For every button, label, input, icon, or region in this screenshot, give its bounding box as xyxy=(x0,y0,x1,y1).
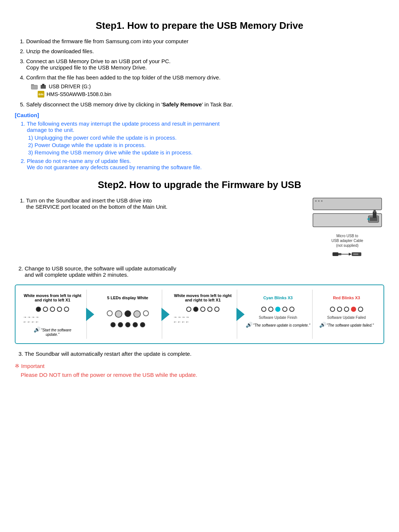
caution-item-2: 2. Please do not re-name any of update f… xyxy=(15,158,384,170)
svg-marker-18 xyxy=(349,253,352,256)
step2-item-3-container: 3. The Soundbar will automatically resta… xyxy=(15,351,384,357)
led-dot xyxy=(107,310,113,316)
led-dot xyxy=(214,307,219,312)
led-sec3-title: White moves from left to rightand right … xyxy=(174,292,232,304)
led-dot xyxy=(282,307,287,312)
soundbar-illustration xyxy=(312,197,382,232)
arrow-left-1: ←←←← xyxy=(23,320,39,324)
led-dot xyxy=(64,307,69,312)
file-tree: USB DRIVER (G:) BIN HMS-S50AWWB-1508.0.b… xyxy=(31,83,384,98)
step2-text: 1. Turn on the Soundbar and insert the U… xyxy=(15,197,303,214)
led-sec4-subtitle: Software Update Finish xyxy=(259,316,297,320)
led-section-5: Red Blinks X3 Software Update Failed 🔊 "… xyxy=(313,290,381,339)
led-row-4a xyxy=(261,307,294,312)
arrow-left-3: ←←←← xyxy=(173,320,190,324)
led-dot xyxy=(351,307,356,312)
caution-sub-2: 2) Power Outage while the update is in p… xyxy=(28,142,384,148)
bin-icon: BIN xyxy=(38,91,44,98)
led-dot xyxy=(261,307,266,312)
led-sec1-title: White moves from left to rightand right … xyxy=(24,292,81,304)
led-dot xyxy=(125,322,130,327)
caution-sub-1: 1) Unplugging the power cord while the u… xyxy=(28,134,384,141)
led-row-1a xyxy=(36,307,69,312)
led-dot xyxy=(337,307,342,312)
arrow-between-1-2 xyxy=(86,308,94,321)
led-dot xyxy=(186,307,191,312)
arrow-between-3-4 xyxy=(236,308,245,321)
caution-item-1: 1. The following events may interrupt th… xyxy=(15,120,384,156)
arrow-right-1: →→→→ xyxy=(23,315,39,319)
svg-rect-2 xyxy=(31,85,37,89)
led-section-4: Cyan Blinks X3 Software Update Finish 🔊 … xyxy=(244,290,312,339)
step1-item-4: 4. Confirm that the file has been added … xyxy=(18,74,384,98)
led-section-2: 5 LEDs display White xyxy=(93,290,162,339)
important-section: ※ Important Please DO NOT turn off the p… xyxy=(15,363,384,378)
led-dot xyxy=(50,307,55,312)
led-row-2a xyxy=(107,310,149,318)
led-dot xyxy=(36,307,41,312)
caution-list: 1. The following events may interrupt th… xyxy=(15,120,384,170)
caution-sublist: 1) Unplugging the power cord while the u… xyxy=(21,134,384,156)
dir-arrows-3: →→→→ ←←←← xyxy=(170,315,235,324)
file-label: HMS-S50AWWB-1508.0.bin xyxy=(47,91,111,97)
folder-label: USB DRIVER (G:) xyxy=(49,83,91,89)
led-dot xyxy=(358,307,363,312)
led-dot xyxy=(118,322,123,327)
led-dot xyxy=(110,322,116,327)
led-dot xyxy=(125,310,131,317)
led-dot xyxy=(207,307,212,312)
led-dot xyxy=(200,307,205,312)
led-dot xyxy=(133,322,138,327)
led-section-3: White moves from left to rightand right … xyxy=(169,290,237,339)
caution-section: [Caution] 1. The following events may in… xyxy=(15,112,384,170)
led-sec5-title: Red Blinks X3 xyxy=(333,292,360,304)
caution-sub-3: 3) Removing the USB memory drive while t… xyxy=(28,149,384,156)
led-dot xyxy=(143,310,149,316)
svg-rect-16 xyxy=(338,253,341,255)
led-row-5a xyxy=(330,307,363,312)
svg-rect-6 xyxy=(315,200,317,202)
important-text: Please DO NOT turn off the power or remo… xyxy=(15,372,384,378)
caption-1: 🔊 "Start the softwareupdate." xyxy=(34,327,71,337)
caption-4: 🔊 "The software update is complete." xyxy=(246,322,310,328)
usb-cable-label: Micro USB toUSB adapter Cable(not suppli… xyxy=(310,233,384,248)
led-dot xyxy=(344,307,349,312)
led-diagram: White moves from left to rightand right … xyxy=(15,284,384,344)
safely-remove-bold: Safely Remove xyxy=(163,101,202,108)
led-dot xyxy=(57,307,62,312)
step2-content: 1. Turn on the Soundbar and insert the U… xyxy=(15,197,384,259)
dir-arrows-1: →→→→ ←←←← xyxy=(20,315,85,324)
folder-icon xyxy=(31,83,38,89)
svg-rect-15 xyxy=(332,252,338,256)
led-dot xyxy=(193,307,198,312)
svg-rect-5 xyxy=(313,198,382,210)
step1-item-5: 5. Safely disconnect the USB memory driv… xyxy=(18,101,384,108)
step1-item-3: 3. Connect an USB Memory Drive to an USB… xyxy=(18,58,384,71)
led-dot xyxy=(330,307,335,312)
svg-rect-13 xyxy=(374,210,376,213)
step2-item-3: 3. The Soundbar will automatically resta… xyxy=(18,351,384,357)
file-row: BIN HMS-S50AWWB-1508.0.bin xyxy=(38,91,384,98)
led-dot xyxy=(268,307,273,312)
step1-item-1: 1. Download the firmware file from Samsu… xyxy=(18,38,384,44)
caution-title: [Caution] xyxy=(15,112,384,118)
led-row-3a xyxy=(186,307,219,312)
led-dot xyxy=(275,307,280,312)
arrow-between-2-3 xyxy=(161,308,170,321)
led-dot xyxy=(115,310,122,318)
led-sec2-title: 5 LEDs display White xyxy=(107,292,148,304)
led-sec5-subtitle: Software Update Failed xyxy=(327,316,366,320)
arrow-right-3: →→→→ xyxy=(173,315,190,319)
led-dot xyxy=(133,310,141,318)
step2-title: Step2. How to upgrade the Firmware by US… xyxy=(15,179,384,191)
led-row-2b xyxy=(110,322,145,327)
usb-diagram: Micro USB toUSB adapter Cable(not suppli… xyxy=(310,197,384,259)
important-title: ※ Important xyxy=(15,363,384,369)
led-dot xyxy=(43,307,48,312)
folder-row: USB DRIVER (G:) xyxy=(31,83,384,89)
svg-rect-8 xyxy=(321,200,323,202)
step2-item-2: 2. Change to USB source, the software wi… xyxy=(18,265,384,278)
caption-5: 🔊 "The software update failed." xyxy=(319,322,374,328)
svg-rect-20 xyxy=(353,253,358,255)
led-dot xyxy=(289,307,294,312)
